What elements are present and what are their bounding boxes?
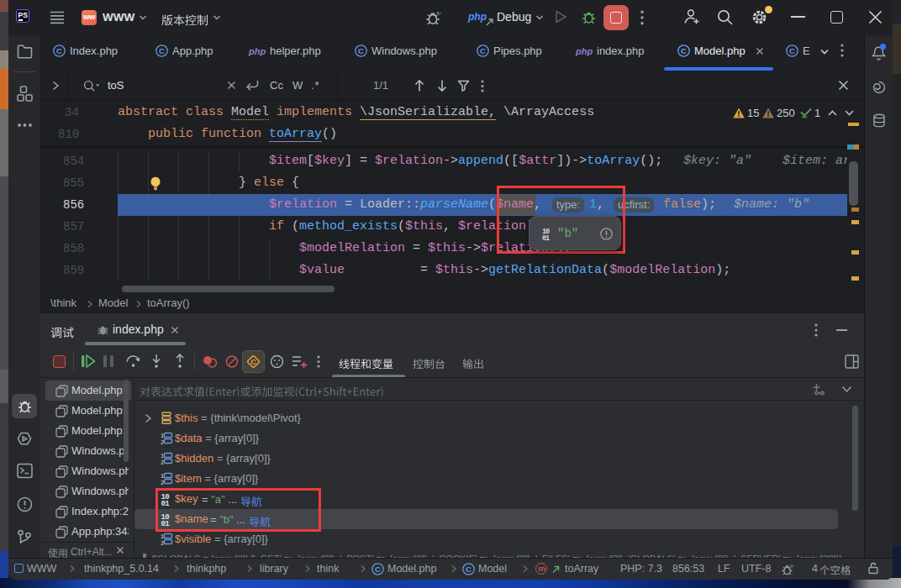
svg-text:C: C: [358, 46, 364, 55]
svg-text:C: C: [56, 46, 62, 55]
svg-text:C: C: [789, 46, 795, 55]
svg-text:2: 2: [161, 439, 164, 444]
svg-text:1: 1: [161, 533, 164, 540]
svg-text:1: 1: [161, 473, 164, 480]
svg-text:C: C: [681, 46, 687, 55]
svg-text:2: 2: [161, 459, 164, 465]
svg-text:1: 1: [161, 453, 164, 459]
svg-text:1: 1: [161, 433, 164, 439]
svg-text:2: 2: [161, 540, 164, 545]
svg-text:01: 01: [542, 234, 550, 241]
svg-text:C: C: [159, 46, 165, 55]
svg-text:C: C: [250, 358, 256, 366]
svg-text:C: C: [375, 564, 381, 574]
svg-text:2: 2: [161, 480, 164, 485]
svg-text:C: C: [466, 564, 472, 574]
svg-text:C: C: [480, 46, 486, 55]
